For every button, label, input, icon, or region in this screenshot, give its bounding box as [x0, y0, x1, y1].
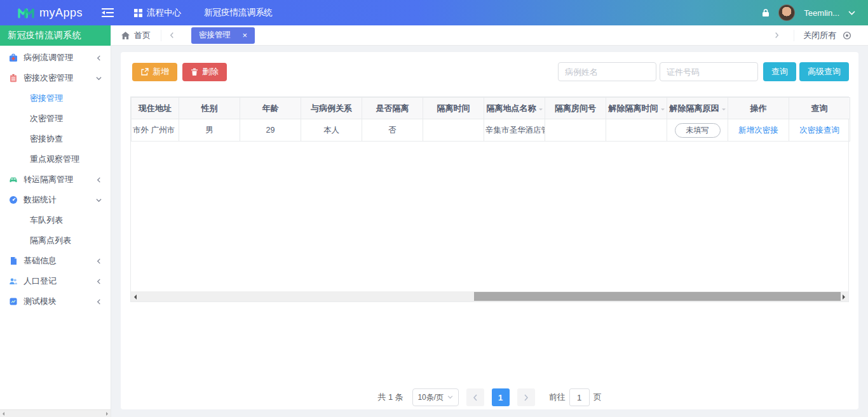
cell-age: 29	[240, 119, 301, 142]
col-address: 现住地址	[132, 98, 179, 119]
tab-home[interactable]: 首页	[121, 30, 161, 41]
chevron-left-icon	[96, 55, 102, 61]
home-icon	[121, 32, 130, 39]
scroll-left-arrow-icon[interactable]	[131, 291, 141, 301]
user-avatar[interactable]	[778, 4, 795, 21]
pagination-total: 共 1 条	[377, 392, 403, 403]
sidebar-subitem-secondary-contact-mgmt[interactable]: 次密管理	[0, 109, 111, 129]
table-row[interactable]: 市外 广州市 男 29 本人 否 辛集市圣华酒店管理 未填写	[132, 119, 850, 142]
scroll-left-arrow-icon[interactable]	[3, 412, 4, 416]
sidebar-title: 新冠疫情流调系统	[0, 25, 111, 46]
col-age: 年龄	[240, 98, 301, 119]
secondary-contact-query-link[interactable]: 次密接查询	[799, 126, 839, 135]
goto-page-input[interactable]	[569, 388, 590, 406]
col-release-reason[interactable]: 解除隔离原因	[667, 98, 728, 119]
chevron-left-icon	[96, 299, 102, 305]
sidebar-hscrollbar[interactable]	[0, 409, 111, 417]
scroll-right-arrow-icon[interactable]	[106, 412, 108, 416]
sidebar-item-test-module[interactable]: 测试模块	[0, 291, 111, 312]
id-number-input[interactable]	[660, 62, 758, 81]
delete-button[interactable]: 删除	[182, 63, 227, 81]
menu-fold-icon[interactable]	[102, 8, 114, 17]
table-hscrollbar[interactable]	[131, 291, 848, 301]
table-empty-area	[131, 142, 848, 291]
sidebar-menu: 病例流调管理 密接次密管理	[0, 46, 111, 409]
sidebar-item-transfer-isolation[interactable]: 转运隔离管理	[0, 169, 111, 190]
app-logo[interactable]: myApps	[0, 6, 83, 20]
nav-process-center[interactable]: 流程中心	[134, 7, 181, 18]
sidebar-subitem-fleet-list[interactable]: 车队列表	[0, 210, 111, 230]
advanced-query-button[interactable]: 高级查询	[799, 62, 849, 81]
nav-process-center-label: 流程中心	[147, 7, 181, 18]
pagination: 共 1 条 10条/页 1 前往	[130, 388, 849, 406]
sidebar: 新冠疫情流调系统 病例流调管理	[0, 25, 111, 417]
sort-caret-icon[interactable]	[661, 109, 665, 112]
next-page-button[interactable]	[517, 388, 535, 406]
page-size-select[interactable]: 10条/页	[412, 388, 459, 406]
cell-action: 新增次密接	[728, 119, 789, 142]
col-place-name[interactable]: 隔离地点名称	[484, 98, 545, 119]
chevron-left-icon	[96, 279, 102, 284]
cell-room-no	[545, 119, 606, 142]
cell-release-reason: 未填写	[667, 119, 728, 142]
sidebar-item-case-investigation[interactable]: 病例流调管理	[0, 48, 111, 68]
close-all-tabs[interactable]: 关闭所有	[794, 30, 859, 41]
col-relation: 与病例关系	[301, 98, 362, 119]
not-filled-tag[interactable]: 未填写	[675, 123, 721, 138]
cell-relation: 本人	[301, 119, 362, 142]
col-isolation-time: 隔离时间	[423, 98, 484, 119]
query-button[interactable]: 查询	[763, 62, 796, 81]
people-icon	[9, 277, 18, 286]
prev-page-button[interactable]	[466, 388, 484, 406]
top-navbar: myApps 流程中心 新冠疫情流调系统	[0, 0, 868, 25]
first-aid-kit-icon	[9, 53, 18, 62]
scroll-right-arrow-icon[interactable]	[838, 291, 848, 301]
sidebar-subitem-isolation-point-list[interactable]: 隔离点列表	[0, 230, 111, 251]
tab-close-contact-mgmt[interactable]: 密接管理 ×	[191, 27, 255, 44]
user-name[interactable]: Teemlin...	[804, 8, 839, 18]
sidebar-item-basic-info[interactable]: 基础信息	[0, 251, 111, 271]
tab-home-label: 首页	[134, 30, 151, 41]
tab-close-icon[interactable]: ×	[242, 31, 247, 39]
page-button-1[interactable]: 1	[492, 388, 510, 406]
myapps-logo-icon	[18, 7, 34, 18]
col-room-no: 隔离房间号	[545, 98, 606, 119]
col-release-time[interactable]: 解除隔离时间	[606, 98, 667, 119]
tab-bar: 首页 密接管理 × 关闭所有	[111, 25, 868, 46]
hscrollbar-thumb[interactable]	[474, 292, 841, 301]
sidebar-item-close-contact-mgmt[interactable]: 密接次密管理	[0, 68, 111, 88]
sidebar-subitem-key-observation[interactable]: 重点观察管理	[0, 149, 111, 169]
sidebar-subitem-close-contact-mgmt[interactable]: 密接管理	[0, 88, 111, 109]
chevron-down-icon	[96, 76, 102, 81]
tabs-scroll-left[interactable]	[161, 32, 182, 39]
cell-query: 次密接查询	[789, 119, 850, 142]
sort-caret-icon[interactable]	[539, 109, 543, 112]
chevron-left-icon	[96, 177, 102, 183]
sidebar-item-data-statistics[interactable]: 数据统计	[0, 190, 111, 210]
page-content: 新增 删除	[111, 46, 868, 417]
lock-icon[interactable]	[762, 8, 770, 17]
trash-icon	[191, 68, 198, 76]
circle-dot-icon[interactable]	[843, 31, 851, 40]
add-button[interactable]: 新增	[132, 63, 177, 81]
cell-release-time	[606, 119, 667, 142]
sidebar-item-population-registration[interactable]: 人口登记	[0, 271, 111, 291]
module-icon	[9, 297, 18, 306]
sort-caret-icon[interactable]	[722, 109, 726, 112]
cell-isolation-place: 辛集市圣华酒店管理	[484, 119, 545, 142]
col-isolated: 是否隔离	[362, 98, 423, 119]
car-icon	[9, 175, 18, 184]
nav-covid-system[interactable]: 新冠疫情流调系统	[204, 7, 273, 18]
content-panel: 新增 删除	[121, 52, 858, 409]
sidebar-subitem-contact-assist[interactable]: 密接协查	[0, 129, 111, 149]
cell-isolated: 否	[362, 119, 423, 142]
add-secondary-contact-link[interactable]: 新增次密接	[738, 126, 778, 135]
data-table: 现住地址 性别 年龄 与病例关系 是否隔离 隔离时间 隔离地点名称 隔离房间号 …	[130, 96, 849, 302]
page-unit-label: 页	[593, 392, 602, 403]
case-name-input[interactable]	[558, 62, 656, 81]
tabs-scroll-right[interactable]	[766, 32, 787, 39]
cell-address: 市外 广州市	[132, 119, 179, 142]
user-dropdown-chevron-icon[interactable]	[848, 11, 855, 15]
col-action: 操作	[728, 98, 789, 119]
dashboard-icon	[9, 195, 18, 204]
